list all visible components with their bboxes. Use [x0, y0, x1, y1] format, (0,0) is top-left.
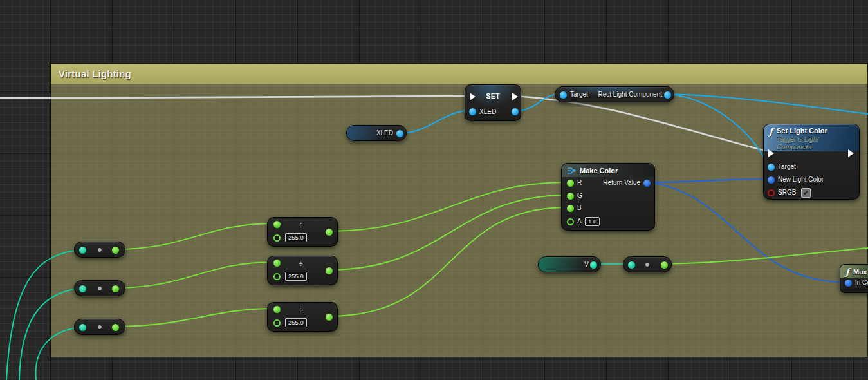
srgb-pin[interactable] — [768, 189, 775, 196]
node-convert-3[interactable] — [74, 319, 125, 335]
a-value-field[interactable]: 1.0 — [585, 217, 600, 226]
node-make-color[interactable]: Make Color R G B A 1.0 Return Value — [561, 163, 655, 231]
divide-out-pin[interactable] — [326, 229, 333, 236]
divide-b-field[interactable]: 255.0 — [285, 233, 307, 242]
divide-a-pin[interactable] — [273, 306, 281, 313]
divide-b-field[interactable]: 255.0 — [285, 272, 307, 281]
divide-b-field[interactable]: 255.0 — [285, 318, 307, 327]
target-input-label: Target — [570, 91, 588, 98]
srgb-label: SRGB — [778, 189, 796, 196]
target-input-pin[interactable] — [560, 91, 567, 99]
wire-bottom-left-1[interactable] — [6, 250, 80, 380]
a-label: A — [577, 218, 582, 225]
wire-div1-to-r[interactable] — [329, 182, 567, 231]
target-label: Target — [778, 163, 796, 170]
xled-getter-label: XLED — [376, 129, 393, 137]
divide-icon: ÷ — [299, 261, 303, 267]
wire-makecolor-to-newlightcolor[interactable] — [647, 179, 768, 182]
conversion-dot-icon — [98, 287, 102, 290]
wire-xled-to-set[interactable] — [400, 111, 469, 133]
xled-input-pin[interactable] — [469, 108, 476, 115]
node-convert-v[interactable] — [623, 256, 672, 272]
node-xled-getter[interactable]: XLED — [346, 125, 407, 141]
convert-in-pin[interactable] — [79, 285, 86, 292]
convert-in-pin[interactable] — [79, 247, 86, 254]
convert-out-pin[interactable] — [661, 261, 668, 269]
wire-conv2-to-div2[interactable] — [116, 262, 273, 288]
exec-in-pin[interactable] — [768, 149, 774, 157]
r-label: R — [577, 179, 582, 186]
srgb-checkbox[interactable]: ✔ — [801, 188, 811, 198]
xled-input-label: XLED — [479, 108, 496, 115]
wire-layer — [0, 0, 868, 380]
node-header: ƒ Set Light Color Target is Light Compon… — [764, 124, 859, 151]
target-pin[interactable] — [768, 164, 775, 171]
b-label: B — [577, 204, 582, 211]
node-title: Make Color — [580, 167, 618, 175]
node-max[interactable]: ƒ Max ( In Col — [840, 264, 868, 293]
new-light-color-pin[interactable] — [768, 176, 775, 184]
divide-out-pin[interactable] — [326, 267, 333, 274]
return-value-label: Return Value — [603, 179, 640, 186]
wire-conv3-to-div3[interactable] — [116, 309, 273, 327]
exec-out-pin[interactable] — [848, 149, 854, 157]
conversion-dot-icon — [645, 263, 649, 267]
a-pin[interactable] — [567, 218, 574, 225]
conversion-dot-icon — [98, 325, 102, 329]
divide-icon: ÷ — [299, 307, 303, 314]
node-divide-3[interactable]: ÷ 255.0 — [267, 302, 338, 332]
return-value-pin[interactable] — [643, 180, 651, 187]
r-pin[interactable] — [567, 180, 574, 187]
convert-in-pin[interactable] — [628, 261, 635, 269]
rect-light-output-label: Rect Light Component — [598, 91, 662, 98]
wire-bottom-left-2[interactable] — [19, 289, 80, 380]
convert-out-pin[interactable] — [112, 285, 119, 292]
node-subtitle: Target is Light Component — [777, 135, 854, 151]
divide-a-pin[interactable] — [273, 221, 281, 228]
v-getter-label: V — [584, 261, 589, 268]
divide-b-pin[interactable] — [273, 319, 281, 327]
node-v-getter[interactable]: V — [538, 256, 601, 272]
wire-exec-main-in[interactable] — [0, 96, 469, 98]
in-color-pin[interactable] — [845, 280, 852, 287]
xled-getter-output-pin[interactable] — [396, 130, 403, 137]
rect-light-output-pin[interactable] — [664, 91, 671, 99]
node-header: Make Color — [562, 164, 654, 177]
v-getter-output-pin[interactable] — [590, 261, 597, 269]
node-divide-1[interactable]: ÷ 255.0 — [267, 217, 338, 247]
function-icon: ƒ — [845, 267, 849, 276]
xled-output-pin[interactable] — [512, 108, 519, 115]
divide-b-pin[interactable] — [273, 234, 281, 242]
wire-exec-set-to-setlightcolor[interactable] — [515, 96, 770, 152]
in-color-label: In Col — [855, 279, 868, 286]
wire-conv1-to-div1[interactable] — [116, 223, 273, 249]
blueprint-graph-canvas[interactable]: Virtual Lighting SET XLED XLED — [0, 0, 868, 380]
convert-out-pin[interactable] — [112, 247, 119, 254]
convert-out-pin[interactable] — [112, 324, 119, 331]
wire-rectlight-to-slc-target[interactable] — [668, 94, 768, 165]
function-icon: ƒ — [769, 127, 773, 136]
divide-b-pin[interactable] — [273, 273, 281, 280]
wire-rectlight-to-right-edge[interactable] — [668, 94, 868, 114]
wire-div2-to-g[interactable] — [329, 195, 567, 270]
divide-icon: ÷ — [299, 222, 303, 229]
node-divide-2[interactable]: ÷ 255.0 — [267, 256, 338, 285]
node-convert-1[interactable] — [74, 242, 125, 258]
node-title: Max ( — [853, 268, 868, 276]
wire-bottom-left-3[interactable] — [36, 327, 80, 380]
node-set-light-color[interactable]: ƒ Set Light Color Target is Light Compon… — [763, 124, 860, 200]
g-pin[interactable] — [567, 193, 574, 200]
convert-in-pin[interactable] — [79, 324, 86, 331]
node-convert-2[interactable] — [74, 280, 125, 296]
make-struct-icon — [567, 167, 576, 175]
node-title: Set Light Color — [777, 127, 854, 135]
g-label: G — [577, 192, 582, 199]
node-set-xled[interactable]: SET XLED — [465, 84, 521, 121]
exec-out-pin[interactable] — [512, 93, 518, 100]
node-header: ƒ Max ( — [840, 265, 868, 278]
node-rect-light-component[interactable]: Target Rect Light Component — [555, 86, 674, 102]
divide-a-pin[interactable] — [273, 260, 281, 267]
b-pin[interactable] — [567, 205, 574, 212]
wire-div3-to-b[interactable] — [329, 207, 567, 316]
divide-out-pin[interactable] — [326, 314, 333, 321]
